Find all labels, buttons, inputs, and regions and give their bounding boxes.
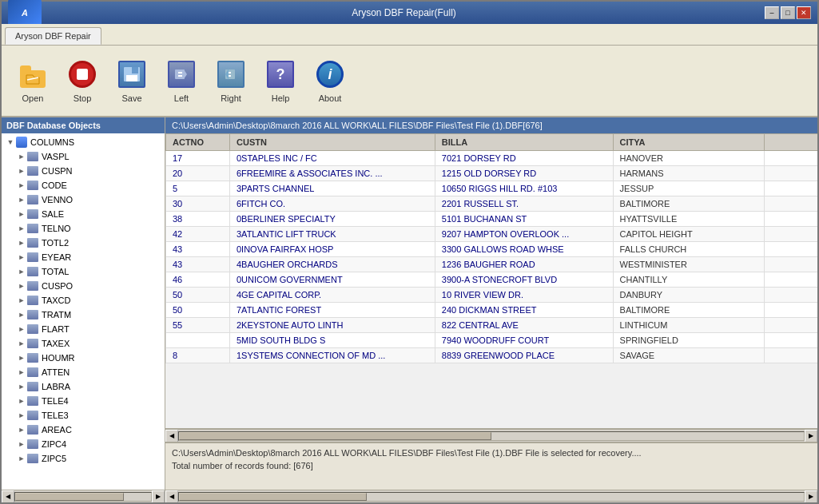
table-row[interactable]: 53PARTS CHANNEL10650 RIGGS HILL RD. #103… (166, 181, 818, 196)
main-content: DBF Database Objects ▼ COLUMNS ► VASPL (2, 117, 817, 502)
table-row[interactable]: 504GE CAPITAL CORP.10 RIVER VIEW DR.DANB… (166, 288, 818, 303)
grid-scroll-right[interactable]: ▶ (805, 430, 817, 442)
cell-billa: 9207 HAMPTON OVERLOOK ... (435, 227, 613, 242)
cell-actno: 46 (166, 272, 230, 288)
tree-item-taxex[interactable]: ► TAXEX (13, 336, 165, 351)
tree-item-cuspo[interactable]: ► CUSPO (13, 279, 165, 293)
cell-billa: 1215 OLD DORSEY RD (435, 166, 613, 181)
sidebar-tree[interactable]: ▼ COLUMNS ► VASPL ► CUSPN (2, 133, 165, 490)
table-row[interactable]: 170STAPLES INC / FC7021 DORSEY RDHANOVER (166, 151, 818, 166)
table-row[interactable]: 423ATLANTIC LIFT TRUCK9207 HAMPTON OVERL… (166, 227, 818, 242)
main-window: A Aryson DBF Repair(Full) – □ ✕ Aryson D… (0, 0, 819, 504)
cell-actno: 50 (166, 288, 230, 303)
tree-item-atten[interactable]: ► ATTEN (13, 365, 165, 379)
tree-children: ► VASPL ► CUSPN ► CODE (2, 149, 165, 466)
cell-custn: 7ATLANTIC FOREST (230, 303, 435, 318)
about-label: About (319, 93, 342, 103)
open-icon (17, 58, 49, 90)
grid-horizontal-scrollbar[interactable]: ◀ ▶ (165, 429, 817, 442)
title-bar: A Aryson DBF Repair(Full) – □ ✕ (2, 2, 817, 24)
cell-citya: CHANTILLY (613, 272, 764, 288)
table-row[interactable]: 306FITCH CO.2201 RUSSELL ST.BALTIMORE (166, 196, 818, 212)
table-row[interactable]: 552KEYSTONE AUTO LINTH822 CENTRAL AVELIN… (166, 318, 818, 333)
left-button[interactable]: Left (158, 53, 205, 109)
expand-icon[interactable]: ► (16, 151, 27, 162)
save-button[interactable]: Save (109, 53, 155, 109)
tree-item-taxcd[interactable]: ► TAXCD (13, 293, 165, 308)
cell-extra (765, 257, 818, 272)
tree-item-labra[interactable]: ► LABRA (13, 379, 165, 394)
tree-item-eyear[interactable]: ► EYEAR (13, 250, 165, 264)
tree-item-vaspl[interactable]: ► VASPL (13, 149, 165, 164)
stop-button[interactable]: Stop (59, 53, 105, 109)
table-row[interactable]: 430INOVA FAIRFAX HOSP3300 GALLOWS ROAD W… (166, 242, 818, 257)
tree-item-cuspn[interactable]: ► CUSPN (13, 164, 165, 178)
grid-scroll-thumb[interactable] (179, 432, 491, 440)
cell-billa: 7940 WOODRUFF COURT (435, 333, 613, 348)
cell-billa: 7021 DORSEY RD (435, 151, 613, 166)
tree-root-item[interactable]: ▼ COLUMNS (2, 135, 165, 149)
cell-custn: 1SYSTEMS CONNECTION OF MD ... (230, 348, 435, 363)
tree-item-tratm[interactable]: ► TRATM (13, 308, 165, 322)
cell-actno (166, 333, 230, 348)
sidebar-scroll-thumb[interactable] (15, 493, 124, 501)
cell-extra (765, 318, 818, 333)
tree-item-totl2[interactable]: ► TOTL2 (13, 236, 165, 250)
stop-label: Stop (74, 93, 92, 103)
sidebar-scroll-right[interactable]: ▶ (152, 490, 165, 503)
cell-citya: SAVAGE (613, 348, 764, 363)
cell-custn: 3PARTS CHANNEL (230, 181, 435, 196)
tree-item-zipc4[interactable]: ► ZIPC4 (13, 437, 165, 451)
main-tab[interactable]: Aryson DBF Repair (5, 27, 101, 45)
sidebar-horizontal-scrollbar[interactable]: ◀ ▶ (2, 490, 165, 502)
table-row[interactable]: 81SYSTEMS CONNECTION OF MD ...8839 GREEN… (166, 348, 818, 363)
minimize-button[interactable]: – (765, 6, 779, 19)
table-row[interactable]: 434BAUGHER ORCHARDS1236 BAUGHER ROADWEST… (166, 257, 818, 272)
sidebar-scroll-left[interactable]: ◀ (2, 490, 14, 503)
table-row[interactable]: 5MID SOUTH BLDG S7940 WOODRUFF COURTSPRI… (166, 333, 818, 348)
tree-item-telno[interactable]: ► TELNO (13, 221, 165, 236)
cell-custn: 2KEYSTONE AUTO LINTH (230, 318, 435, 333)
status-scroll-thumb[interactable] (179, 493, 367, 501)
status-scroll-track[interactable] (178, 492, 805, 502)
tree-item-zipc5[interactable]: ► ZIPC5 (13, 451, 165, 466)
cell-custn: 6FREEMIRE & ASSOCIATES INC. ... (230, 166, 435, 181)
table-row[interactable]: 507ATLANTIC FOREST240 DICKMAN STREETBALT… (166, 303, 818, 318)
table-row[interactable]: 460UNICOM GOVERNMENT3900-A STONECROFT BL… (166, 272, 818, 288)
tree-item-venno[interactable]: ► VENNO (13, 192, 165, 207)
status-scroll-right[interactable]: ▶ (805, 490, 817, 503)
tree-item-areac[interactable]: ► AREAC (13, 423, 165, 437)
tree-expand-icon[interactable]: ▼ (5, 137, 16, 148)
cell-citya: HARMANS (613, 166, 764, 181)
cell-custn: 4BAUGHER ORCHARDS (230, 257, 435, 272)
cell-actno: 43 (166, 242, 230, 257)
open-button[interactable]: Open (10, 53, 56, 109)
tree-item-code[interactable]: ► CODE (13, 178, 165, 192)
close-button[interactable]: ✕ (797, 6, 811, 19)
tree-item-tele3[interactable]: ► TELE3 (13, 408, 165, 423)
grid-scroll-track[interactable] (178, 431, 805, 441)
save-label: Save (121, 93, 141, 103)
tree-item-total[interactable]: ► TOTAL (13, 264, 165, 279)
tree-item-houmr[interactable]: ► HOUMR (13, 351, 165, 365)
help-button[interactable]: ? Help (257, 53, 304, 109)
table-row[interactable]: 380BERLINER SPECIALTY5101 BUCHANAN STHYA… (166, 212, 818, 227)
cell-citya: BALTIMORE (613, 196, 764, 212)
status-scroll-left[interactable]: ◀ (165, 490, 178, 503)
tree-item-sale[interactable]: ► SALE (13, 207, 165, 221)
about-button[interactable]: i About (307, 53, 353, 109)
status-horizontal-scrollbar[interactable]: ◀ ▶ (165, 490, 817, 502)
right-label: Right (221, 93, 241, 103)
tree-item-tele4[interactable]: ► TELE4 (13, 394, 165, 408)
cell-extra (765, 212, 818, 227)
right-button[interactable]: Right (208, 53, 254, 109)
maximize-button[interactable]: □ (781, 6, 795, 19)
tab-bar: Aryson DBF Repair (2, 24, 817, 46)
tree-item-flart[interactable]: ► FLART (13, 322, 165, 336)
grid-wrapper[interactable]: ACTNO CUSTN BILLA CITYA 170STAPLES INC /… (165, 133, 817, 429)
cell-citya: FALLS CHURCH (613, 242, 764, 257)
grid-scroll-left[interactable]: ◀ (165, 430, 178, 442)
sidebar-scroll-track[interactable] (14, 492, 152, 502)
col-header-extra (765, 134, 818, 151)
table-row[interactable]: 206FREEMIRE & ASSOCIATES INC. ...1215 OL… (166, 166, 818, 181)
